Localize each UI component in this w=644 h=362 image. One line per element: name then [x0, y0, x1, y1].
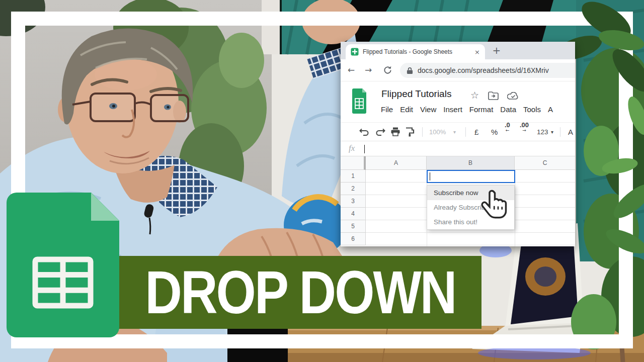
- menu-edit[interactable]: Edit: [400, 105, 413, 114]
- number-format-caret-icon[interactable]: ▾: [551, 123, 553, 141]
- address-bar[interactable]: docs.google.com/spreadsheets/d/16XMriv: [400, 63, 575, 78]
- print-icon[interactable]: [390, 123, 400, 141]
- toolbar-divider: [465, 127, 466, 137]
- cloud-saved-icon[interactable]: [507, 92, 519, 100]
- decrease-decimal-button[interactable]: .0 ←: [505, 123, 510, 141]
- sheets-file-icon: [352, 88, 366, 114]
- redo-icon[interactable]: [375, 123, 386, 141]
- menu-format[interactable]: Format: [469, 105, 494, 114]
- formula-caret: [364, 145, 365, 153]
- column-header-b[interactable]: B: [427, 156, 515, 170]
- menu-addons-clipped[interactable]: A: [548, 105, 553, 114]
- browser-tabstrip: Flipped Tutorials - Google Sheets × +: [341, 42, 575, 59]
- sheets-toolbar: 100% ▾ £ % .0 ← .00 → 123 ▾ A: [341, 122, 575, 141]
- menu-tools[interactable]: Tools: [523, 105, 541, 114]
- zoom-control[interactable]: 100%: [429, 123, 446, 141]
- column-header-a[interactable]: A: [366, 156, 427, 170]
- back-icon[interactable]: ←: [348, 65, 355, 75]
- menu-view[interactable]: View: [420, 105, 436, 114]
- select-all-corner[interactable]: [341, 156, 366, 170]
- google-sheets-logo: [7, 193, 119, 337]
- browser-window: Flipped Tutorials - Google Sheets × + ← …: [341, 42, 575, 246]
- menu-data[interactable]: Data: [500, 105, 516, 114]
- formula-bar[interactable]: fx: [341, 141, 575, 156]
- toolbar-divider: [422, 127, 423, 137]
- row-header-6[interactable]: 6: [341, 233, 366, 245]
- format-currency-button[interactable]: £: [474, 123, 478, 141]
- format-percent-button[interactable]: %: [491, 123, 498, 141]
- logo-table-glyph: [32, 256, 94, 309]
- zoom-caret-icon[interactable]: ▾: [453, 123, 456, 141]
- row-header-1[interactable]: 1: [341, 170, 366, 183]
- active-cell-b1[interactable]: [427, 170, 515, 183]
- lock-icon: [407, 67, 413, 74]
- sheets-header: Flipped Tutorials ☆ File Edit View Inser…: [341, 81, 575, 122]
- menu-insert[interactable]: Insert: [443, 105, 462, 114]
- title-banner: DROP DOWN: [119, 256, 481, 329]
- url-text: docs.google.com/spreadsheets/d/16XMriv: [418, 66, 549, 74]
- tab-title: Flipped Tutorials - Google Sheets: [363, 48, 471, 55]
- spreadsheet-grid: A B C 1 2 3 4 5 6 Subscribe now Already …: [341, 156, 575, 246]
- column-header-c[interactable]: C: [515, 156, 575, 170]
- tab-close-icon[interactable]: ×: [474, 48, 480, 56]
- reload-icon[interactable]: [383, 65, 392, 75]
- row-header-3[interactable]: 3: [341, 195, 366, 208]
- browser-tab[interactable]: Flipped Tutorials - Google Sheets ×: [346, 44, 485, 59]
- row-header-4[interactable]: 4: [341, 208, 366, 220]
- sheets-favicon: [351, 48, 359, 56]
- menu-file[interactable]: File: [381, 105, 393, 114]
- row-header-2[interactable]: 2: [341, 183, 366, 195]
- move-to-folder-icon[interactable]: [488, 92, 499, 100]
- undo-icon[interactable]: [359, 123, 370, 141]
- cell-caret: [430, 172, 430, 180]
- thumbnail-stage: Flipped Tutorials - Google Sheets × + ← …: [0, 0, 644, 362]
- toolbar-divider: [560, 127, 560, 137]
- document-title[interactable]: Flipped Tutorials: [381, 88, 451, 100]
- font-selector-clipped[interactable]: A: [568, 123, 573, 141]
- hand-cursor-icon: [480, 189, 511, 226]
- menu-bar: File Edit View Insert Format Data Tools …: [381, 105, 553, 114]
- fx-label: fx: [349, 143, 355, 153]
- row-header-5[interactable]: 5: [341, 220, 366, 233]
- increase-decimal-button[interactable]: .00 →: [520, 123, 529, 141]
- forward-icon[interactable]: →: [365, 65, 372, 75]
- star-icon[interactable]: ☆: [470, 89, 479, 101]
- browser-toolbar: ← → docs.google.com/spreadsheets/d/16XMr…: [341, 59, 575, 81]
- new-tab-button[interactable]: +: [490, 43, 504, 57]
- banner-text: DROP DOWN: [145, 257, 455, 327]
- number-format-button[interactable]: 123: [537, 123, 548, 141]
- paint-format-icon[interactable]: [405, 123, 415, 141]
